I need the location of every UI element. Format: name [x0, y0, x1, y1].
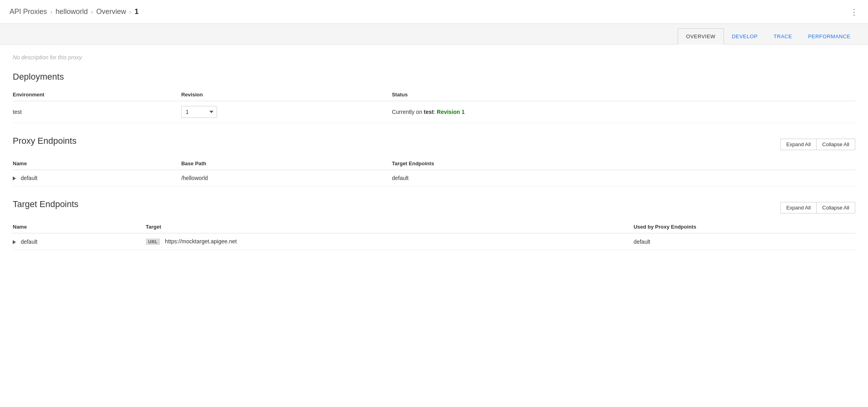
breadcrumb-sep-3: ›	[129, 8, 131, 16]
pe-col-target: Target Endpoints	[392, 157, 855, 170]
top-bar: API Proxies › helloworld › Overview › 1 …	[0, 0, 868, 24]
target-endpoints-table: Name Target Used by Proxy Endpoints defa…	[13, 221, 855, 250]
breadcrumb-sep-1: ›	[50, 8, 52, 16]
more-options-icon[interactable]: ⋮	[850, 7, 858, 17]
proxy-endpoints-buttons: Expand All Collapse All	[780, 139, 855, 150]
proxy-endpoints-header: Proxy Endpoints Expand All Collapse All	[13, 136, 855, 153]
pe-row-target: default	[392, 170, 855, 186]
te-row-name: default	[13, 233, 146, 250]
proxy-endpoints-expand-all[interactable]: Expand All	[780, 139, 817, 150]
pe-col-name: Name	[13, 157, 181, 170]
proxy-description: No description for this proxy.	[13, 54, 855, 61]
revision-select[interactable]: 1 2 3	[181, 106, 217, 118]
deployments-section: Deployments Environment Revision Status …	[13, 72, 855, 123]
deployments-table: Environment Revision Status test 1 2 3	[13, 88, 855, 123]
tab-overview[interactable]: OVERVIEW	[678, 28, 724, 45]
breadcrumb-overview[interactable]: Overview	[96, 8, 126, 16]
deployment-environment: test	[13, 101, 181, 123]
proxy-endpoints-section: Proxy Endpoints Expand All Collapse All …	[13, 136, 855, 186]
proxy-endpoints-table: Name Base Path Target Endpoints default …	[13, 157, 855, 186]
deployments-col-environment: Environment	[13, 88, 181, 101]
te-col-target: Target	[146, 221, 633, 233]
target-endpoints-section: Target Endpoints Expand All Collapse All…	[13, 199, 855, 250]
tab-develop[interactable]: DEVELOP	[724, 29, 766, 44]
breadcrumb-current: 1	[135, 8, 139, 16]
tab-trace[interactable]: TRACE	[766, 29, 800, 44]
target-endpoints-buttons: Expand All Collapse All	[780, 202, 855, 213]
pe-row-name: default	[13, 170, 181, 186]
deployments-title: Deployments	[13, 72, 855, 82]
te-col-name: Name	[13, 221, 146, 233]
tab-performance[interactable]: PERFORMANCE	[800, 29, 858, 44]
deployment-revision-label: Revision 1	[437, 109, 465, 115]
deployment-status: Currently on test: Revision 1	[392, 109, 465, 115]
tab-bar: OVERVIEW DEVELOP TRACE PERFORMANCE	[0, 24, 868, 45]
te-row-target: URL https://mocktarget.apigee.net	[146, 233, 633, 250]
expand-triangle-icon[interactable]	[13, 176, 16, 180]
table-row: default /helloworld default	[13, 170, 855, 186]
proxy-endpoints-collapse-all[interactable]: Collapse All	[816, 139, 855, 150]
url-badge: URL	[146, 239, 160, 245]
target-endpoints-collapse-all[interactable]: Collapse All	[816, 202, 855, 213]
table-row: test 1 2 3 Currently on test:	[13, 101, 855, 123]
pe-col-basepath: Base Path	[181, 157, 392, 170]
proxy-endpoints-title: Proxy Endpoints	[13, 136, 76, 146]
breadcrumb-api-proxies[interactable]: API Proxies	[10, 8, 47, 16]
breadcrumb: API Proxies › helloworld › Overview › 1	[10, 8, 139, 16]
target-endpoints-expand-all[interactable]: Expand All	[780, 202, 817, 213]
te-col-used: Used by Proxy Endpoints	[633, 221, 855, 233]
expand-triangle-icon[interactable]	[13, 240, 16, 244]
breadcrumb-helloworld[interactable]: helloworld	[55, 8, 88, 16]
table-row: default URL https://mocktarget.apigee.ne…	[13, 233, 855, 250]
target-endpoints-title: Target Endpoints	[13, 199, 78, 209]
target-endpoints-header: Target Endpoints Expand All Collapse All	[13, 199, 855, 216]
pe-row-basepath: /helloworld	[181, 170, 392, 186]
main-content: No description for this proxy. Deploymen…	[0, 45, 868, 407]
breadcrumb-sep-2: ›	[91, 8, 93, 16]
te-row-used: default	[633, 233, 855, 250]
deployments-col-status: Status	[392, 88, 855, 101]
deployments-col-revision: Revision	[181, 88, 392, 101]
